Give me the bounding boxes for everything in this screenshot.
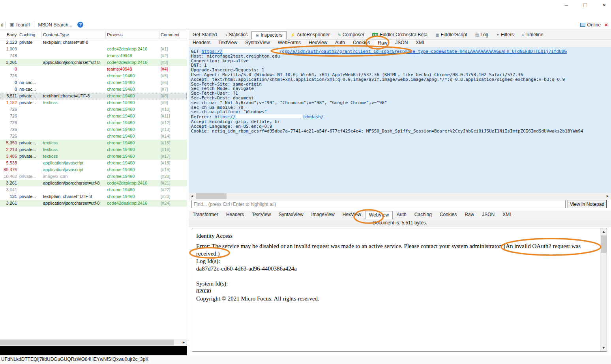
raw-request-view[interactable]: GET https:///osp/a/idm/auth/oauth2/grant… <box>189 47 611 193</box>
main-tab-fiddlerscript[interactable]: ▦FiddlerScript <box>431 31 471 39</box>
webview-vscrollbar[interactable]: ▲ ▼ <box>600 228 607 351</box>
tab-label: FiddlerScript <box>440 32 467 37</box>
scrollbar-thumb[interactable] <box>0 340 174 345</box>
session-row[interactable]: 0teams:49948[#4] <box>0 66 187 73</box>
tab-label: Raw <box>465 212 474 217</box>
session-row[interactable]: 726chrome:19460[#14] <box>0 133 187 140</box>
session-row[interactable]: 2,213private...text/csschrome:19460[#16] <box>0 146 187 153</box>
view-in-notepad-button[interactable]: View in Notepad <box>568 200 607 208</box>
request-tab-textview[interactable]: TextView <box>214 39 241 47</box>
session-row[interactable]: 131private...text/plain; charset=UTF-8ch… <box>0 193 187 200</box>
scroll-down-icon[interactable]: ▼ <box>600 345 607 351</box>
session-row[interactable]: 10,462private...image/x-iconchrome:19460… <box>0 173 187 180</box>
column-header-caching[interactable]: Caching <box>18 31 42 39</box>
cell-content_type: text/plain; charset=UTF-8 <box>42 193 106 200</box>
session-row[interactable]: 726chrome:19460[#5] <box>0 73 187 79</box>
session-row[interactable]: 0no-cac...chrome:19460[#7] <box>0 86 187 93</box>
msdn-search-button[interactable]: MSDN Search... <box>36 21 75 28</box>
scroll-right-icon[interactable]: ► <box>180 339 187 346</box>
cell-comments: [#18] <box>159 160 179 166</box>
session-row[interactable]: 2,123privatetext/plain; charset=utf-8 <box>0 39 187 46</box>
main-tab-fiddler-orchestra-beta[interactable]: FOFiddler Orchestra Beta <box>368 31 431 39</box>
session-row[interactable]: 3,041chrome:19460[#22] <box>0 187 187 193</box>
main-tab-inspectors[interactable]: ◉Inspectors <box>251 31 286 39</box>
close-button[interactable]: × <box>600 2 609 8</box>
request-tab-cookies[interactable]: Cookies <box>349 39 374 47</box>
response-tab-imageview[interactable]: ImageView <box>307 211 339 219</box>
response-tab-transformer[interactable]: Transformer <box>189 211 222 219</box>
session-row[interactable]: 3,261application/json;charset=utf-8code4… <box>0 200 187 207</box>
request-tab-raw[interactable]: Raw <box>374 39 391 47</box>
session-row[interactable]: 3,261application/json;charset=utf-8code4… <box>0 59 187 66</box>
cell-body: 5,538 <box>0 160 18 166</box>
session-row[interactable]: 748teams:49948[#2] <box>0 52 187 59</box>
scrollbar-thumb[interactable] <box>601 235 607 253</box>
main-tab-timeline[interactable]: ≡Timeline <box>518 31 547 39</box>
session-row[interactable]: 1,009code42desktop:2416[#1] <box>0 46 187 52</box>
copyright-text: Copyright © 2021 Micro Focus. All rights… <box>196 295 597 302</box>
response-tab-caching[interactable]: Caching <box>410 211 436 219</box>
response-tab-cookies[interactable]: Cookies <box>436 211 461 219</box>
session-row[interactable]: 5,538application/javascriptchrome:19460[… <box>0 160 187 166</box>
toolbar-close-icon[interactable]: × <box>604 21 608 28</box>
main-tab-log[interactable]: ▤Log <box>471 31 492 39</box>
find-input[interactable] <box>191 200 566 208</box>
session-row[interactable]: 3,485private...text/csschrome:19460[#17] <box>0 153 187 160</box>
session-row[interactable]: 0no-cac...chrome:19460[#6] <box>0 79 187 86</box>
main-tab-get-started[interactable]: Get Started <box>189 31 221 39</box>
scrollbar-thumb[interactable] <box>196 193 227 199</box>
request-tab-webforms[interactable]: WebForms <box>274 39 305 47</box>
session-row[interactable]: 89,476application/javascriptchrome:19460… <box>0 166 187 173</box>
column-header-process[interactable]: Process <box>106 31 159 39</box>
request-tab-auth[interactable]: Auth <box>331 39 349 47</box>
cell-content_type <box>42 46 106 52</box>
session-row[interactable]: 726chrome:19460[#12] <box>0 119 187 126</box>
session-row[interactable]: 5,511private...text/html;charset=UTF-8ch… <box>0 93 187 99</box>
request-tab-headers[interactable]: Headers <box>189 39 214 47</box>
cell-caching <box>18 106 42 113</box>
session-row[interactable]: 726chrome:19460[#10] <box>0 106 187 113</box>
raw-view-hscrollbar[interactable]: ◄ ► <box>189 193 611 200</box>
scroll-up-icon[interactable]: ▲ <box>600 228 607 235</box>
scroll-right-icon[interactable]: ► <box>604 193 611 200</box>
toolbar: d ▣ Tearoff MSDN Search... ? Online × <box>0 20 611 30</box>
script-icon: ▦ <box>435 33 439 37</box>
minimize-button[interactable]: – <box>562 2 571 8</box>
cell-body: 726 <box>0 106 18 113</box>
response-tab-raw[interactable]: Raw <box>461 211 478 219</box>
response-tab-textview[interactable]: TextView <box>248 211 275 219</box>
raw-header-line: Connection: keep-alive <box>191 59 611 63</box>
cell-content_type <box>42 106 106 113</box>
session-list-hscrollbar[interactable]: ► <box>0 339 187 346</box>
cell-process: chrome:19460 <box>106 73 159 79</box>
request-tab-syntaxview[interactable]: SyntaxView <box>241 39 274 47</box>
fiddler-window: – □ × d ▣ Tearoff MSDN Search... ? Onlin… <box>0 0 611 364</box>
column-header-comments[interactable]: Comments <box>159 31 179 39</box>
session-row[interactable]: 726chrome:19460[#11] <box>0 113 187 119</box>
response-tab-json[interactable]: JSON <box>478 211 499 219</box>
scroll-left-icon[interactable]: ◄ <box>189 193 195 200</box>
maximize-button[interactable]: □ <box>581 2 590 8</box>
help-icon[interactable]: ? <box>77 22 83 28</box>
tearoff-button[interactable]: ▣ Tearoff <box>8 21 32 28</box>
response-tab-hexview[interactable]: HexView <box>339 211 365 219</box>
request-tab-json[interactable]: JSON <box>391 39 412 47</box>
cell-caching: private... <box>18 99 42 106</box>
column-header-content-type[interactable]: Content-Type <box>42 31 106 39</box>
session-row[interactable]: 5,350private...text/csschrome:19460[#15] <box>0 140 187 146</box>
column-header-body[interactable]: Body <box>0 31 18 39</box>
main-tab-autoresponder[interactable]: ⚡AutoResponder <box>287 31 334 39</box>
main-tab-statistics[interactable]: ◑Statistics <box>221 31 251 39</box>
response-tab-xml[interactable]: XML <box>499 211 516 219</box>
response-tab-headers[interactable]: Headers <box>222 211 248 219</box>
session-row[interactable]: 726chrome:19460[#13] <box>0 126 187 133</box>
response-tab-syntaxview[interactable]: SyntaxView <box>275 211 307 219</box>
main-tab-filters[interactable]: ▼Filters <box>492 31 518 39</box>
response-tab-webview[interactable]: WebView <box>365 211 393 219</box>
request-tab-hexview[interactable]: HexView <box>305 39 331 47</box>
main-tab-composer[interactable]: ✎Composer <box>334 31 368 39</box>
response-tab-auth[interactable]: Auth <box>393 211 410 219</box>
request-tab-xml[interactable]: XML <box>412 39 429 47</box>
session-row[interactable]: 1,182private...text/csschrome:19460[#9] <box>0 99 187 106</box>
session-row[interactable]: 3,261application/json;charset=utf-8code4… <box>0 180 187 187</box>
